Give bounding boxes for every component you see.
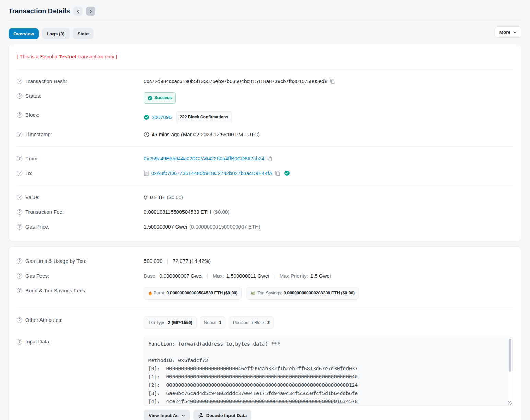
decode-input-data-label: Decode Input Data [206,413,247,418]
txn-savings-badge-label: Txn Savings: [257,290,282,297]
pipe-separator: | [165,257,170,265]
from-address-link[interactable]: 0x259c49E65644a020C2A642260a4ffB0CD862cb… [144,155,264,162]
help-icon: ? [17,224,22,230]
transaction-hash-value: 0xc72d984ccac6190b5f135576eb97b03604bc81… [144,78,327,85]
status-label: ? Status: [17,92,144,100]
nonce-label: Nonce: [204,319,218,326]
transaction-hash-label: ? Transaction Hash: [17,78,144,85]
copy-icon [330,79,335,84]
copy-to-address-button[interactable] [275,171,280,176]
gas-limit-value: 500,000 [144,257,162,265]
previous-transaction-button[interactable] [73,7,83,16]
from-row: ? From: 0x259c49E65644a020C2A642260a4ffB… [17,151,513,166]
gas-usage-value: 72,077 (14.42%) [173,257,211,265]
txn-savings-badge-value: 0.000000000000288308 ETH ($0.00) [284,290,355,297]
transaction-fee-amount: 0.000108115500504539 ETH [144,208,211,215]
tab-state[interactable]: State [73,28,94,39]
nonce-badge: Nonce: 1 [200,316,226,329]
decode-input-data-button[interactable]: Decode Input Data [193,410,252,420]
txn-type-badge: Txn Type: 2 (EIP-1559) [144,316,197,329]
gas-fees-label: ? Gas Fees: [17,272,144,279]
block-row: ? Block: 3007096 222 Block Confirmations [17,107,513,127]
position-in-block-badge: Position In Block: 2 [229,316,274,329]
transaction-fee-row: ? Transaction Fee: 0.000108115500504539 … [17,205,513,219]
block-number-link[interactable]: 3007096 [152,114,172,121]
help-icon: ? [17,195,22,200]
burnt-badge-value: 0.000000000000504539 ETH ($0.00) [166,290,237,297]
gas-limit-row: ? Gas Limit & Usage by Txn: 500,000 | 72… [17,254,513,268]
txn-savings-badge: Txn Savings: 0.000000000000288308 ETH ($… [246,287,358,300]
block-label: ? Block: [17,111,144,118]
max-priority-label: Max Priority: [279,272,308,279]
tab-logs[interactable]: Logs (3) [42,28,70,39]
eth-diamond-icon [144,195,148,200]
divider [17,185,513,185]
value-amount: 0 ETH [150,194,165,201]
more-dropdown-button[interactable]: More [495,26,521,38]
help-icon: ? [17,317,22,323]
tabs-bar: Overview Logs (3) State More [9,21,521,44]
warning-suffix: transaction only ] [77,54,117,59]
divider [17,146,513,147]
other-attributes-label: ? Other Attributes: [17,316,144,324]
warning-prefix: [ This is a Sepolia [17,54,59,59]
divider [17,308,513,308]
view-input-as-dropdown[interactable]: View Input As [144,410,190,420]
other-attributes-row: ? Other Attributes: Txn Type: 2 (EIP-155… [17,313,513,333]
verified-check-icon [284,170,290,176]
chevron-right-icon [89,9,93,13]
max-priority-value: 1.5 Gwei [310,272,331,279]
txn-type-label: Txn Type: [148,319,167,326]
divider [17,69,513,69]
from-label: ? From: [17,155,144,162]
input-data-row: ? Input Data: Function: forward(address … [17,333,513,420]
warning-bold: Testnet [59,54,76,59]
base-fee-label: Base: [144,272,157,279]
chevron-down-icon [181,413,185,417]
help-icon: ? [17,258,22,264]
more-dropdown-label: More [499,30,510,35]
status-row: ? Status: Success [17,89,513,107]
blocks-icon [198,413,203,418]
transaction-fee-usd: ($0.00) [213,208,230,215]
max-fee-label: Max: [213,272,224,279]
timestamp-value: 45 mins ago (Mar-02-2023 12:55:00 PM +UT… [152,131,260,138]
help-icon: ? [17,288,22,293]
transaction-hash-row: ? Transaction Hash: 0xc72d984ccac6190b5f… [17,74,513,89]
check-circle-icon [144,115,149,120]
help-icon: ? [17,209,22,215]
base-fee-value: 0.000000007 Gwei [159,272,202,279]
burnt-fees-badge: Burnt: 0.000000000000504539 ETH ($0.00) [144,287,242,300]
copy-icon [267,156,272,161]
fire-icon [148,291,152,296]
textarea-resize-grip[interactable] [508,401,512,405]
chevron-down-icon [513,30,517,34]
copy-icon [275,171,280,176]
transaction-details-page: Transaction Details Overview Logs (3) St… [0,0,530,420]
input-data-actions: View Input As Decode Input Data [144,410,513,420]
input-data-textarea[interactable]: Function: forward(address to,bytes data)… [144,337,513,406]
gas-price-amount: 1.500000007 Gwei [144,223,187,230]
input-scrollbar-thumb[interactable] [509,339,511,372]
input-data-content: Function: forward(address to,bytes data)… [148,340,505,406]
txn-type-value: 2 (EIP-1559) [168,319,192,326]
copy-transaction-hash-button[interactable] [330,79,335,84]
clock-icon [144,132,149,137]
to-address-link[interactable]: 0xA3f07D6773514480b918C2742b027b3acD9E44… [151,170,272,177]
next-transaction-button[interactable] [86,7,95,16]
help-icon: ? [17,339,22,345]
help-icon: ? [17,93,22,99]
pipe-separator: | [272,272,277,279]
view-input-as-label: View Input As [149,413,179,418]
chevron-left-icon [76,9,80,13]
tab-overview[interactable]: Overview [9,28,39,39]
testnet-warning: [ This is a Sepolia Testnet transaction … [17,51,513,65]
to-row: ? To: 0xA3f07D6773514480b918C2742b027b3a… [17,166,513,180]
gas-price-label: ? Gas Price: [17,223,144,230]
input-scrollbar-track[interactable] [508,338,512,405]
nonce-value: 1 [219,319,221,326]
help-icon: ? [17,112,22,118]
overview-card: [ This is a Sepolia Testnet transaction … [9,44,521,241]
copy-from-address-button[interactable] [267,156,272,161]
help-icon: ? [17,156,22,161]
